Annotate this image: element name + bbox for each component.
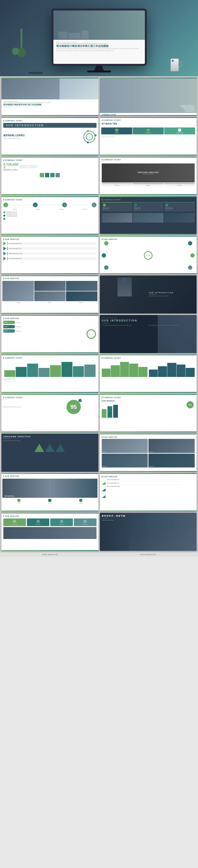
slide-21: OUR SERVICE OUR SERVICE Service Service … xyxy=(1,473,98,511)
s9-arrow3: Service Description Three xyxy=(8,253,22,254)
s17-tag: COMPANY STORY xyxy=(3,397,97,398)
slide-1: 202X COLLECTION 简洁画册设计商务演示年终汇报工作总结模板 小型企… xyxy=(1,78,98,116)
s2-stats: BUSINESS STRATEGY 01 BUSINESS FINANCE 04… xyxy=(180,105,195,112)
s24-title: 新经济时代，更多可能 xyxy=(102,515,195,517)
s7-tag: COMPANY STORY xyxy=(3,199,97,200)
slide-13: OUR SERVICE Step 1 Description Step 2 De… xyxy=(1,315,98,353)
s3-tag: COMPANY STORY xyxy=(3,120,97,122)
s4-online: 线下服务 xyxy=(102,132,131,133)
s3-chinese: 超英域多数人总体我们 xyxy=(3,134,80,137)
s17-pct: % xyxy=(79,400,80,401)
s20-b2: Top right xyxy=(149,451,153,452)
service-label-left: OUR SERVICE xyxy=(1,553,98,556)
s10-tag: OUR SERVICE xyxy=(102,239,195,240)
s11-d1: Degree xyxy=(18,302,21,303)
hero-section: 202X COLLECTION 简洁画册设计商务演示年终汇报工作总结模板 Sma… xyxy=(0,0,198,76)
s9-arrow2: Service Description Two xyxy=(8,248,22,249)
s5-unit: 万 xyxy=(3,166,18,169)
slide-20: OUR SERVICE Top left Top right Bottom le… xyxy=(100,434,197,472)
s3-intro-banner: OUR INTRODUCTION xyxy=(3,123,97,128)
slide-18: COMPANY STORY OUR SERVICE 25% xyxy=(100,394,197,432)
s20-b3: Bottom left xyxy=(102,466,107,467)
s6-tag: COMPANY STORY xyxy=(102,159,195,161)
s7-step3: Title Three xyxy=(50,209,73,210)
s22-item2: Service description two xyxy=(107,482,182,485)
s5-number: 5,726,000 xyxy=(3,162,18,166)
s8-b3: Service Three xyxy=(165,207,194,209)
s12-intro: OUR INTRODUCTION xyxy=(149,292,195,293)
s13-tag: OUR SERVICE xyxy=(3,318,97,319)
s7-item2: Description text here xyxy=(6,213,97,215)
s23-b3: Service Three xyxy=(52,524,72,525)
s7-item3: Description text here xyxy=(6,215,97,217)
s6-sub: services description xyxy=(137,173,159,175)
s1-desc: 小型企业演示文稿 xyxy=(3,106,97,108)
s8-tag: COMPANY STORY xyxy=(102,199,195,200)
s9-arrow1: Service Description One xyxy=(8,243,22,244)
slide-8: COMPANY STORY Service One Description te… xyxy=(100,196,197,235)
s12-desc: Description text content for dark slide xyxy=(149,295,195,297)
slide-12: OUR INTRODUCTION Description text conten… xyxy=(100,275,197,314)
s9-tag: OUR SERVICE xyxy=(3,239,97,240)
s4-text: 服务描述文字内容填写区域说明 xyxy=(102,136,195,138)
slide-16: COMPANY STORY xyxy=(100,354,197,393)
s11-d3: Degree xyxy=(79,302,82,303)
s20-b1: Top left xyxy=(102,451,105,452)
slides-grid: 202X COLLECTION 简洁画册设计商务演示年终汇报工作总结模板 小型企… xyxy=(0,76,198,552)
slide-11: OUR SERVICE Degree Degree Degree xyxy=(1,275,98,314)
s14-text1: Description text content here for the da… xyxy=(102,324,148,327)
slide-15: COMPANY STORY Category labels below char… xyxy=(1,354,98,393)
s20-b4: Bottom right xyxy=(149,466,155,467)
slide-14: OUR INTRODUCTION OUR INTRODUCTION Descri… xyxy=(100,315,197,353)
s13-d1: Description xyxy=(16,322,97,323)
s15-text1: Category labels below chart xyxy=(3,378,97,379)
s11-d2: Degree xyxy=(48,302,52,303)
s9-arrow4: Service Description Four xyxy=(8,258,22,259)
slide-3: COMPANY STORY OUR INTRODUCTION 超英域多数人总体我… xyxy=(1,117,98,155)
s18-pct: 25% xyxy=(189,404,192,406)
s13-d2: Description xyxy=(16,326,97,328)
s21-overlay: OUR SERVICE xyxy=(4,495,14,497)
s6-b1: Description xyxy=(102,185,132,186)
slide-4: COMPANY STORY 线下服务拓广渠道 线下服务 线下服务拓广 线下服务拓… xyxy=(100,117,197,155)
s7-step4: Title Four xyxy=(73,209,97,210)
s5-desc: 这里是描述文字内容说明区域文字 xyxy=(20,165,96,167)
service-label-right: OUR SERVICE xyxy=(100,553,197,556)
collection-label: 202X COLLECTION xyxy=(56,42,142,43)
s3-desc: 这里是一段简短的描述文字内容 xyxy=(3,138,80,140)
s6-b3: Description xyxy=(165,185,194,186)
slide-19: AWESOME SERVICES Services description te… xyxy=(1,434,98,472)
s13-d3: Description xyxy=(16,331,97,332)
s19-title: AWESOME SERVICES xyxy=(3,436,97,438)
s23-b4: Service Four xyxy=(75,524,95,525)
s5-tag: COMPANY STORY xyxy=(3,159,97,161)
s6-b2: Description xyxy=(134,185,163,186)
s24-desc: Final slide content text xyxy=(102,519,195,521)
slide-22: OUR SERVICE Service description one Serv… xyxy=(100,473,197,511)
s13-s3: Step 3 xyxy=(4,330,8,332)
s7-item1: Description text here xyxy=(6,211,97,213)
s13-s2: Step 2 xyxy=(4,326,8,328)
s4-expand: 线下服务拓广渠道 xyxy=(165,132,194,133)
s21-tag: OUR SERVICE xyxy=(3,475,97,477)
s4-offline: 线下服务拓广 xyxy=(134,132,163,133)
slide-5: COMPANY STORY 5,726,000 万 超英域多数人总体我们 这里是… xyxy=(1,157,98,195)
s21-icon2: Service xyxy=(48,502,52,504)
s23-b1: Service One xyxy=(4,524,25,525)
s13-s1: Step 1 xyxy=(4,322,8,323)
cup-decoration xyxy=(170,58,179,71)
slide-10: OUR SERVICE B-share xyxy=(100,236,197,274)
s16-tag: COMPANY STORY xyxy=(102,357,195,359)
s20-tag: OUR SERVICE xyxy=(102,436,195,438)
s4-tag: COMPANY STORY xyxy=(102,119,195,121)
s21-icon1: Service xyxy=(17,502,21,504)
slide-2: BUSINESS STRATEGY 01 BUSINESS FINANCE 04… xyxy=(100,78,197,116)
s22-item3: Service description three xyxy=(107,486,182,487)
s23-b2: Service Two xyxy=(28,524,48,525)
s18-tag: COMPANY STORY xyxy=(102,397,195,398)
s22-tag: OUR SERVICE xyxy=(102,476,195,477)
s8-b2: Service Two xyxy=(134,207,162,209)
s7-step1: Title One xyxy=(3,209,27,210)
slide-17: COMPANY STORY Description content text h… xyxy=(1,394,98,432)
s6-awesome: AWESOME SERVICES xyxy=(137,172,159,173)
